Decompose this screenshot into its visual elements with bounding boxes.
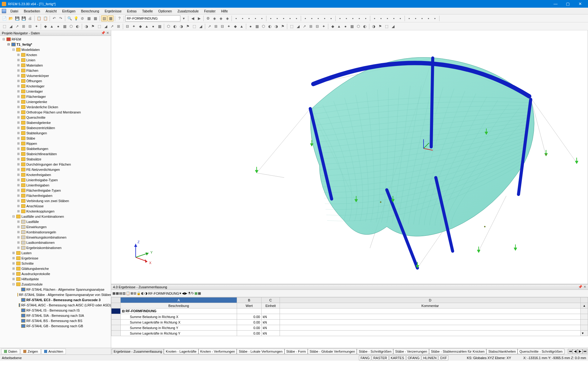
tb2-34[interactable]: ◆ xyxy=(232,23,238,29)
tb-misc-2[interactable]: ▪ xyxy=(246,15,252,21)
tb2-28[interactable]: ⬚ xyxy=(191,23,197,29)
tb2-41[interactable]: ⚑ xyxy=(280,23,286,29)
tb-misc-9[interactable]: ▪ xyxy=(293,15,300,21)
rt-btn-2[interactable]: ▤ xyxy=(119,291,122,295)
snap-raster[interactable]: RASTER xyxy=(372,355,389,360)
tb2-12[interactable]: ◑ xyxy=(83,23,89,29)
tree-item[interactable]: ⊞Liniengelenke xyxy=(0,99,111,104)
tree-item[interactable]: ⊞Linienfreigabe-Typen xyxy=(0,177,111,182)
tb-misc-28[interactable]: ▪ xyxy=(425,15,432,21)
tree-item[interactable]: ⊞Stabexzentrizitäten xyxy=(0,125,111,130)
tb-misc-3[interactable]: ▪ xyxy=(252,15,258,21)
tb2-16[interactable]: ↗ xyxy=(109,23,115,29)
tb-nav[interactable]: ▤ xyxy=(101,15,107,21)
tb-calc2[interactable]: ▦ xyxy=(92,15,98,21)
tb-misc-18[interactable]: ▪ xyxy=(356,15,362,21)
menu-hilfe[interactable]: Hilfe xyxy=(219,9,230,13)
menu-ergebnisse[interactable]: Ergebnisse xyxy=(102,9,124,13)
tree-item[interactable]: ⊞Volumenkörper xyxy=(0,73,111,78)
menu-berechnung[interactable]: Berechnung xyxy=(78,9,101,13)
results-tab[interactable]: Stäbe - Stabkennzahlen für Knicken xyxy=(429,349,487,354)
results-tab[interactable]: Querschnitte - Schnittgrößen xyxy=(518,349,564,354)
tb-misc-29[interactable]: ▪ xyxy=(432,15,438,21)
tb2-35[interactable]: ▲ xyxy=(239,23,245,29)
tree-item[interactable]: ⊞Öffnungen xyxy=(0,78,111,83)
tree-item[interactable]: ⊟Zusatzmodule xyxy=(0,282,111,287)
tb2-11[interactable]: ◐ xyxy=(74,23,81,29)
tb-misc-0[interactable]: ▪ xyxy=(233,15,239,21)
tb2-30[interactable]: ↗ xyxy=(206,23,213,29)
results-tab[interactable]: Ergebnisse - Zusammenfassung xyxy=(112,349,164,354)
tb-misc-19[interactable]: ▪ xyxy=(363,15,369,21)
tb2-31[interactable]: ⊞ xyxy=(213,23,219,29)
tb2-0[interactable]: ⬚ xyxy=(1,23,7,29)
tb2-44[interactable]: ↗ xyxy=(301,23,307,29)
tb2-43[interactable]: ◢ xyxy=(295,23,301,29)
tb-next[interactable]: ▶ xyxy=(196,15,202,21)
tb2-10[interactable]: ⬡ xyxy=(68,23,74,29)
results-tab[interactable]: Stäbe - Schnittgrößen xyxy=(357,349,393,354)
tb2-25[interactable]: ◐ xyxy=(172,23,178,29)
tb2-46[interactable]: ⊟ xyxy=(314,23,320,29)
rtab-last[interactable]: ⏭ xyxy=(582,349,587,354)
tree-item[interactable]: ⊞Anschlüsse xyxy=(0,203,111,209)
tb-misc-26[interactable]: ▪ xyxy=(413,15,419,21)
tb-misc-11[interactable]: ▪ xyxy=(309,15,315,21)
tree-item[interactable]: ⊞Hilfsobjekte xyxy=(0,276,111,282)
tb-r1[interactable]: ⚙ xyxy=(205,15,211,21)
tree-item[interactable]: ⊞Knotenkopplungen xyxy=(0,209,111,214)
tb2-57[interactable]: ◢ xyxy=(390,23,396,29)
tb-misc-25[interactable]: ▪ xyxy=(406,15,412,21)
results-tab[interactable]: Stäbe - Form xyxy=(285,349,308,354)
tb-calc[interactable]: ▦ xyxy=(86,15,92,21)
tree-item[interactable]: ⊞Linien xyxy=(0,57,111,63)
tb-misc-27[interactable]: ▪ xyxy=(419,15,425,21)
results-grid[interactable]: A B C D Beschreibung Wert Einheit Kommen… xyxy=(111,297,588,348)
nav-tab-zeigen[interactable]: Zeigen xyxy=(21,349,41,354)
tb-misc-16[interactable]: ▪ xyxy=(343,15,349,21)
tree-item[interactable]: ⊞Ergebniskombinationen xyxy=(0,245,111,250)
snap-ofang[interactable]: OFANG xyxy=(406,355,421,360)
maximize-button[interactable]: ▢ xyxy=(562,2,574,6)
tree-item[interactable]: ⊞Materialien xyxy=(0,63,111,68)
tb2-1[interactable]: ◢ xyxy=(8,23,14,29)
results-tab[interactable]: Stabschlankheiten xyxy=(486,349,518,354)
tb-misc-15[interactable]: ▪ xyxy=(337,15,343,21)
tree-item[interactable]: ⊞Stabnichtlinearitäten xyxy=(0,151,111,156)
results-tab[interactable]: Stäbe - Globale Verformungen xyxy=(308,349,357,354)
tb2-26[interactable]: ◑ xyxy=(178,23,184,29)
results-tab[interactable]: Stäbe - Lokale Verformungen xyxy=(237,349,284,354)
3d-viewport[interactable]: X Y Z xyxy=(111,30,588,284)
tb-copy[interactable]: 📋 xyxy=(36,15,42,21)
tb2-29[interactable]: ◢ xyxy=(198,23,204,29)
results-tab[interactable]: Knoten - Verformungen xyxy=(198,349,237,354)
close-button[interactable]: ✕ xyxy=(574,2,586,6)
tree-item[interactable]: RF-STAHL BS - Bemessung nach BS xyxy=(0,318,111,323)
tb2-21[interactable]: ▲ xyxy=(144,23,150,29)
tree-item[interactable]: ⊞Linienfreigaben xyxy=(0,182,111,188)
menu-zusatzmodule[interactable]: Zusatzmodule xyxy=(175,9,201,13)
rt-next[interactable]: ▶ xyxy=(185,291,187,295)
tb-misc-12[interactable]: ▪ xyxy=(315,15,321,21)
loadcase-combo[interactable]: RF-FORMFINDUNG xyxy=(125,15,180,21)
tree-item[interactable]: ⊞Flächenlager xyxy=(0,94,111,99)
snap-fang[interactable]: FANG xyxy=(359,355,371,360)
tree-item[interactable]: ⊞Schnitte xyxy=(0,261,111,266)
tb2-42[interactable]: ⬚ xyxy=(288,23,295,29)
tree-item[interactable]: ⊞Rippen xyxy=(0,141,111,146)
tb-paste[interactable]: 📋 xyxy=(42,15,48,21)
tree-item[interactable]: RF-STAHL SIA - Bemessung nach SIA xyxy=(0,313,111,318)
tree-item[interactable]: ⊞Flächenfreigaben xyxy=(0,193,111,198)
menu-datei[interactable]: Datei xyxy=(8,9,21,13)
tb-misc-13[interactable]: ▪ xyxy=(322,15,328,21)
rt-btn-3[interactable]: ▥ xyxy=(123,291,126,295)
tree-item[interactable]: ⊞Lastfälle xyxy=(0,219,111,224)
rt-btn-7[interactable]: 🔒 xyxy=(137,291,141,295)
menu-optionen[interactable]: Optionen xyxy=(156,9,175,13)
rt-btn-5[interactable]: ⊞ xyxy=(130,291,133,295)
tb2-52[interactable]: ⬡ xyxy=(355,23,361,29)
tb-help[interactable]: ? xyxy=(116,15,123,21)
tb-misc-4[interactable]: ▪ xyxy=(259,15,265,21)
tb2-5[interactable]: ✦ xyxy=(33,23,40,29)
snap-dxf[interactable]: DXF xyxy=(439,355,448,360)
